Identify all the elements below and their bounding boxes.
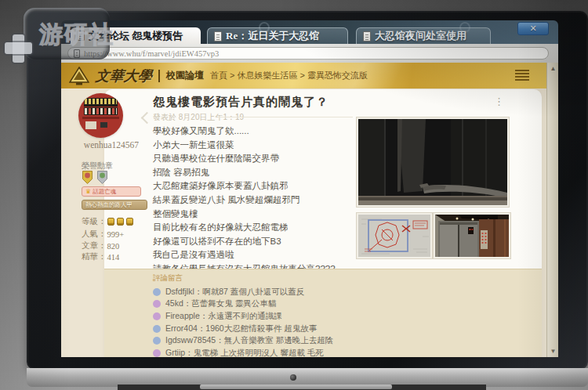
badge-label: 話題亡魂 [93, 188, 116, 196]
avatar[interactable] [78, 93, 123, 138]
stat-level: 等級： [82, 216, 135, 227]
commenter-avatar-icon [153, 337, 161, 345]
comments-header: 評論留言 [153, 273, 542, 283]
header-divider [158, 70, 160, 82]
url-bar [61, 44, 558, 63]
url-input[interactable] [84, 49, 543, 58]
comment-text: Error404：1960大忍館情殺事件 超鬼故事 [165, 323, 317, 334]
comment-row: Grtiip：鬼電梯 上次搭明明沒人 響超載 毛死 [153, 347, 542, 357]
stat-label: 人氣： [82, 229, 107, 240]
stat-essence: 精華： 414 [82, 251, 119, 262]
post-line: 好像還可以搭到不存在的地下B3 [153, 235, 355, 249]
comment-text: Dsfdfjlkl：啊就87 蓋個八卦還可以蓋反 [165, 287, 304, 298]
stat-value: 999+ [107, 230, 125, 239]
scene: 文华论坛 怨鬼楼预告 Re：近日关于大忍馆 大忍馆夜间处室使用 ✕ [0, 0, 588, 390]
post-line: 整個變鬼樓 [153, 208, 355, 222]
post-line: 目前比較有名的好像就大忍館電梯 [153, 221, 355, 235]
stat-label: 等級： [82, 216, 107, 227]
tab-night-office[interactable]: 大忍馆夜间处室使用 [356, 27, 491, 44]
page-icon [214, 31, 222, 42]
comment-row: Dsfdfjlkl：啊就87 蓋個八卦還可以蓋反 [153, 286, 542, 298]
divider [218, 117, 353, 117]
scroll-down-icon[interactable]: ▼ [547, 348, 558, 355]
post-line: 結果蓋反變逆八卦 風水變超爛超邪門 [153, 193, 355, 208]
stat-value: 414 [107, 253, 120, 262]
silver-medal-icon [96, 170, 108, 185]
watermark-dpad-icon [13, 34, 24, 63]
keyboard-edge [118, 385, 486, 390]
vending-machine-panel [85, 121, 96, 129]
post-image-dark-trailer[interactable] [357, 117, 509, 207]
post-image-blueprint[interactable] [357, 213, 432, 258]
power-button[interactable] [290, 374, 296, 381]
close-button[interactable]: ✕ [517, 22, 549, 35]
comment-row: Igdsww78545：無人音樂教室 那邊晚上去超陰 [153, 334, 542, 347]
vending-machine-slot [100, 122, 107, 128]
address-field[interactable] [67, 47, 549, 60]
browser-titlebar: 文华论坛 怨鬼楼预告 Re：近日关于大忍馆 大忍馆夜间处室使用 ✕ [61, 20, 558, 44]
post-line: 我自己是沒有遇過啦 [153, 248, 355, 262]
comment-text: Grtiip：鬼電梯 上次搭明明沒人 響超載 毛死 [165, 348, 324, 357]
post-body: 學校好像又鬧鬼了欸......小弟大一新生還很菜只聽過學校位在什麼陰陽交界帶招陰… [153, 125, 355, 276]
comment-row: Fireapple：永遠選不到的通識課 [153, 310, 542, 323]
post-line: 招陰 容易招鬼 [153, 166, 355, 180]
page-icon [74, 49, 80, 58]
comments-list: Dsfdfjlkl：啊就87 蓋個八卦還可以蓋反45kd：芭蕾舞女鬼 靈異公車貓… [104, 286, 542, 357]
stat-label: 文章： [82, 240, 107, 251]
forum-board-label: 校園論壇 [166, 69, 204, 82]
commenter-avatar-icon [153, 300, 161, 308]
tab-label: 大忍馆夜间处室使用 [375, 29, 466, 43]
scroll-up-icon[interactable]: ▲ [547, 65, 558, 72]
post-line: 大忍館建築好像原本要蓋八卦鎮邪 [153, 179, 355, 193]
menu-icon[interactable] [515, 70, 529, 81]
kebab-menu-icon[interactable]: ⋮ [494, 96, 504, 107]
username[interactable]: wenhua124567 [74, 140, 149, 150]
forum-header: 文華大學 校園論壇 首頁 > 休息娛樂生活區 > 靈異恐怖交流版 [61, 63, 546, 88]
commenter-avatar-icon [153, 288, 161, 296]
post-date: 發表於 8月20日上午1：19 [153, 112, 244, 123]
badge-passerby: 熱心熱血的路人甲 [82, 200, 147, 210]
stat-label: 精華： [82, 251, 107, 262]
post-image-elevator[interactable] [434, 213, 510, 258]
forum-page: 文華大學 校園論壇 首頁 > 休息娛樂生活區 > 靈異恐怖交流版 ▲ ▼ [61, 63, 558, 357]
badge-topic-ghost: ♛ 話題亡魂 [82, 186, 141, 197]
forum-content: wenhua124567 榮譽勳章 ♛ 話題亡魂 [61, 88, 546, 357]
keyboard-top [200, 385, 392, 389]
post-line: 學校好像又鬧鬼了欸...... [153, 125, 355, 139]
tab-forum-thread[interactable]: 文华论坛 怨鬼楼预告 [71, 27, 201, 44]
stat-value: 820 [107, 242, 120, 251]
gold-medal-icon [82, 170, 93, 185]
crown-icon: ♛ [85, 189, 91, 195]
scrollbar[interactable]: ▲ ▼ [546, 63, 558, 357]
tab-re-darenguan[interactable]: Re：近日关于大忍馆 [207, 27, 348, 44]
level-medal-icon [107, 218, 114, 226]
level-medal-icon [126, 218, 133, 226]
vending-machine-row [84, 98, 118, 107]
post-line: 小弟大一新生還很菜 [153, 139, 355, 153]
commenter-avatar-icon [153, 349, 161, 357]
browser-window: 文华论坛 怨鬼楼预告 Re：近日关于大忍馆 大忍馆夜间处室使用 ✕ [61, 20, 558, 357]
level-medal-icon [117, 218, 124, 226]
page-icon [77, 31, 85, 41]
comment-text: Igdsww78545：無人音樂教室 那邊晚上去超陰 [165, 335, 333, 346]
breadcrumb[interactable]: 首頁 > 休息娛樂生活區 > 靈異恐怖交流版 [210, 70, 368, 81]
post-line: 只聽過學校位在什麼陰陽交界帶 [153, 152, 355, 166]
tab-label: Re：近日关于大忍馆 [226, 29, 319, 43]
commenter-avatar-icon [153, 312, 161, 320]
commenter-avatar-icon [153, 325, 161, 333]
comments-section: 評論留言 Dsfdfjlkl：啊就87 蓋個八卦還可以蓋反45kd：芭蕾舞女鬼 … [104, 269, 542, 357]
comment-text: Fireapple：永遠選不到的通識課 [165, 311, 282, 322]
tab-label: 文华论坛 怨鬼楼预告 [89, 29, 183, 43]
badge-label: 熱心熱血的路人甲 [85, 201, 132, 209]
medal-row [82, 170, 108, 185]
university-name: 文華大學 [95, 67, 154, 85]
vending-machine-shelf [82, 117, 119, 119]
comment-row: Error404：1960大忍館情殺事件 超鬼故事 [153, 323, 542, 335]
stat-posts: 文章： 820 [82, 240, 119, 251]
university-emblem-icon [69, 67, 89, 85]
vending-machine-row [84, 107, 118, 115]
comment-row: 45kd：芭蕾舞女鬼 靈異公車貓 [153, 298, 542, 311]
page-icon [363, 31, 371, 42]
stat-popularity: 人氣： 999+ [82, 229, 124, 240]
post-title: 怨鬼樓電影預告片真的鬧鬼了？ [153, 95, 328, 110]
